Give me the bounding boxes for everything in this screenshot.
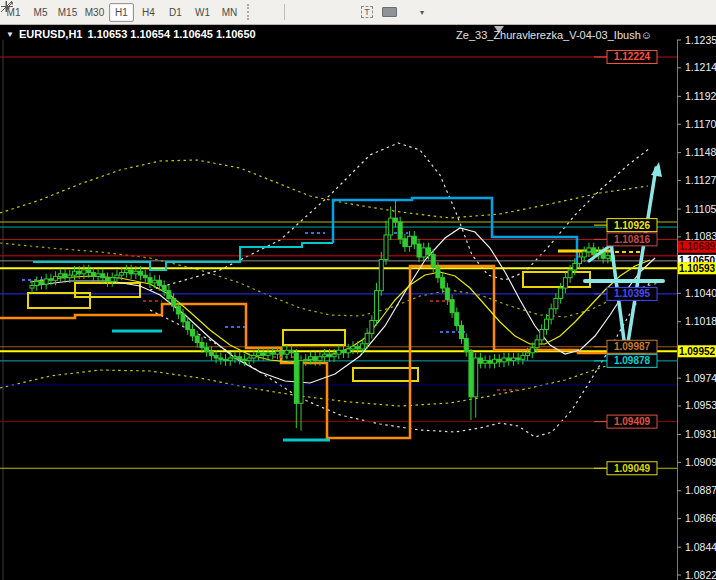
scale-tick-label: 1.09095 (685, 456, 716, 468)
level-label-text: 1.09409 (614, 416, 651, 427)
level-label-text: 1.10816 (614, 234, 651, 245)
scale-price-box-label: 1.09952 (679, 346, 716, 357)
level-label-text: 1.09878 (614, 355, 651, 366)
crosshair-icon[interactable] (257, 3, 279, 21)
timeframe-button-d1[interactable]: D1 (163, 3, 188, 22)
scale-tick-label: 1.08660 (685, 512, 716, 524)
level-label-text: 1.10395 (614, 288, 651, 299)
timeframe-button-m30[interactable]: M30 (82, 3, 107, 22)
scale-tick-label: 1.08225 (685, 569, 716, 580)
scale-tick-label: 1.11705 (685, 118, 716, 130)
mt4-terminal: { "toolbar": { "timeframes": ["M1","M5",… (0, 0, 716, 580)
timeframe-button-w1[interactable]: W1 (190, 3, 215, 22)
text-icon[interactable]: T (356, 3, 378, 21)
level-label-text: 1.09987 (614, 341, 651, 352)
scale-price-box-label: 1.10593 (679, 263, 716, 274)
timeframe-button-m15[interactable]: M15 (55, 3, 80, 22)
indicator-watermark: Ze_33_Zhuravlerezka_V-04-03_Ibush☺ (456, 29, 652, 41)
chevron-down-icon[interactable]: ▼ (6, 30, 14, 39)
arrows-icon[interactable] (400, 3, 422, 21)
scale-tick-label: 1.08875 (685, 484, 716, 496)
scale-price-box-label: 1.10689 (679, 241, 716, 252)
scale-tick-label: 1.11920 (685, 90, 716, 102)
scale-tick-label: 1.08440 (685, 541, 716, 553)
scale-tick-label: 1.10400 (685, 287, 716, 299)
level-label-text: 1.12224 (614, 51, 651, 62)
horizontal-line-icon[interactable] (312, 3, 334, 21)
scale-tick-label: 1.11050 (685, 203, 716, 215)
chart-canvas[interactable]: 1.123551.121401.119201.117051.114851.112… (0, 0, 716, 580)
scale-tick-label: 1.10180 (685, 315, 716, 327)
arrows-dropdown-caret[interactable]: ▾ (420, 8, 424, 17)
toolbar: M1M5M15M30H1H4D1W1MNT▾ (0, 0, 716, 25)
timeframe-button-h1[interactable]: H1 (109, 3, 134, 22)
scale-tick-label: 1.09530 (685, 399, 716, 411)
scale-tick-label: 1.12355 (685, 34, 716, 46)
scale-tick-label: 1.09745 (685, 372, 716, 384)
scale-tick-label: 1.11270 (685, 174, 716, 186)
timeframe-button-m5[interactable]: M5 (28, 3, 53, 22)
scale-tick-label: 1.12140 (685, 61, 716, 73)
vertical-line-icon[interactable] (290, 3, 312, 21)
trendline-icon[interactable] (334, 3, 356, 21)
timeframe-button-mn[interactable]: MN (217, 3, 242, 22)
scale-tick-label: 1.09310 (685, 428, 716, 440)
ohlc-values: 1.10653 1.10654 1.10645 1.10650 (88, 28, 256, 40)
level-label-text: 1.09049 (614, 463, 651, 474)
timeframe-button-h4[interactable]: H4 (136, 3, 161, 22)
symbol-period-label: EURUSD,H1 (19, 28, 83, 40)
chart-background (0, 24, 716, 580)
chart-title: ▼ EURUSD,H1 1.10653 1.10654 1.10645 1.10… (6, 28, 256, 40)
toolbar-separator (284, 4, 285, 20)
rectangle-icon[interactable] (378, 3, 400, 21)
toolbar-drag-handle[interactable] (247, 4, 253, 20)
level-label-text: 1.10926 (614, 220, 651, 231)
scale-tick-label: 1.11485 (685, 146, 716, 158)
